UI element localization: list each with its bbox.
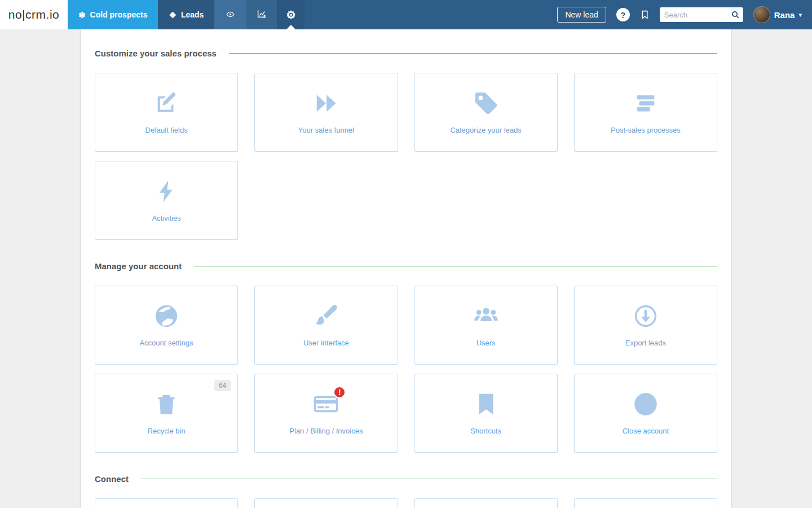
top-navbar: no|crm.io ❄ Cold prospects ❖ Leads ⚙ Ne [0, 0, 812, 29]
edit-icon [153, 90, 179, 116]
card-plan-billing-invoices[interactable]: ! Plan / Billing / Invoices [254, 374, 398, 453]
search-icon[interactable] [731, 10, 740, 19]
card-user-interface[interactable]: User interface [254, 286, 398, 365]
tab-cold-prospects[interactable]: ❄ Cold prospects [68, 0, 158, 29]
recycle-count-badge: 64 [214, 380, 231, 391]
manage-account-grid: Account settings User interface [95, 286, 717, 453]
card-close-account[interactable]: Close account [574, 374, 717, 453]
section-divider [229, 53, 717, 54]
username: Rana [774, 10, 795, 20]
card-export-leads[interactable]: Export leads [574, 286, 717, 365]
eye-icon [225, 10, 236, 20]
bookmark-icon[interactable] [640, 9, 650, 20]
card-categorize-leads[interactable]: Categorize your leads [414, 73, 558, 152]
card-connect-1[interactable] [95, 498, 238, 508]
new-lead-button[interactable]: New lead [557, 7, 606, 23]
card-sales-funnel[interactable]: Your sales funnel [254, 73, 398, 152]
tab-leads[interactable]: ❖ Leads [158, 0, 214, 29]
globe-icon [153, 303, 179, 329]
card-connect-2[interactable] [254, 498, 398, 508]
card-activities[interactable]: Activities [95, 161, 238, 240]
card-users[interactable]: Users [414, 286, 558, 365]
chevron-down-icon: ▾ [798, 11, 802, 19]
list-bars-icon [633, 90, 659, 116]
card-label: Account settings [139, 339, 193, 347]
section-divider [194, 266, 717, 266]
trash-icon [153, 391, 179, 417]
card-connect-4[interactable] [574, 498, 717, 508]
tab-clients[interactable] [214, 0, 246, 29]
sales-process-grid: Default fields Your sales funnel Categor… [95, 73, 717, 240]
tab-statistics[interactable] [246, 0, 277, 29]
brand-logo[interactable]: no|crm.io [0, 0, 68, 29]
card-connect-3[interactable] [414, 498, 558, 508]
snowflake-icon: ❄ [78, 11, 86, 19]
search-box [660, 7, 743, 22]
card-label: Export leads [625, 339, 666, 347]
card-account-settings[interactable]: Account settings [95, 286, 238, 365]
card-recycle-bin[interactable]: 64 Recycle bin [95, 374, 238, 453]
card-label: Users [476, 339, 496, 347]
search-input[interactable] [664, 11, 731, 19]
card-default-fields[interactable]: Default fields [95, 73, 238, 152]
section-header-connect: Connect [95, 474, 717, 484]
gear-icon: ⚙ [286, 10, 295, 20]
card-label: Recycle bin [148, 427, 186, 435]
card-shortcuts[interactable]: Shortcuts [414, 374, 558, 453]
tab-label: Leads [181, 10, 204, 19]
navbar-right-group: New lead ? Rana ▾ [557, 0, 812, 29]
paintbrush-icon [313, 303, 339, 329]
help-icon[interactable]: ? [616, 8, 630, 21]
card-label: Post-sales processes [611, 126, 681, 134]
lightning-icon [153, 178, 179, 204]
download-circle-icon [633, 303, 659, 329]
fast-forward-icon [313, 90, 339, 116]
card-label: Close account [623, 427, 669, 435]
card-label: User interface [303, 339, 349, 347]
credit-card-icon: ! [313, 391, 339, 417]
card-label: Your sales funnel [298, 126, 354, 134]
chart-stats-icon [255, 9, 268, 20]
users-icon [473, 303, 499, 329]
connect-grid [95, 498, 717, 508]
card-label: Default fields [145, 126, 188, 134]
tab-settings[interactable]: ⚙ [277, 0, 304, 29]
tab-label: Cold prospects [90, 10, 148, 19]
card-label: Shortcuts [470, 427, 501, 435]
billing-alert-badge: ! [333, 386, 346, 398]
card-label: Activities [152, 214, 180, 222]
section-title: Connect [95, 474, 129, 484]
sad-face-icon [633, 391, 659, 417]
section-title: Customize your sales process [95, 49, 217, 58]
section-title: Manage your account [95, 261, 182, 271]
bookmark-solid-icon [473, 391, 499, 417]
user-menu[interactable]: Rana ▾ [753, 6, 802, 23]
tag-icon [473, 90, 499, 116]
leads-diamond-icon: ❖ [169, 11, 176, 19]
settings-page: Customize your sales process Default fie… [81, 29, 731, 508]
section-header-sales-process: Customize your sales process [95, 49, 717, 58]
section-divider [141, 479, 717, 479]
card-post-sales-processes[interactable]: Post-sales processes [574, 73, 717, 152]
card-label: Categorize your leads [450, 126, 521, 134]
avatar[interactable] [753, 6, 770, 23]
card-label: Plan / Billing / Invoices [289, 427, 363, 435]
section-header-manage-account: Manage your account [95, 261, 717, 271]
